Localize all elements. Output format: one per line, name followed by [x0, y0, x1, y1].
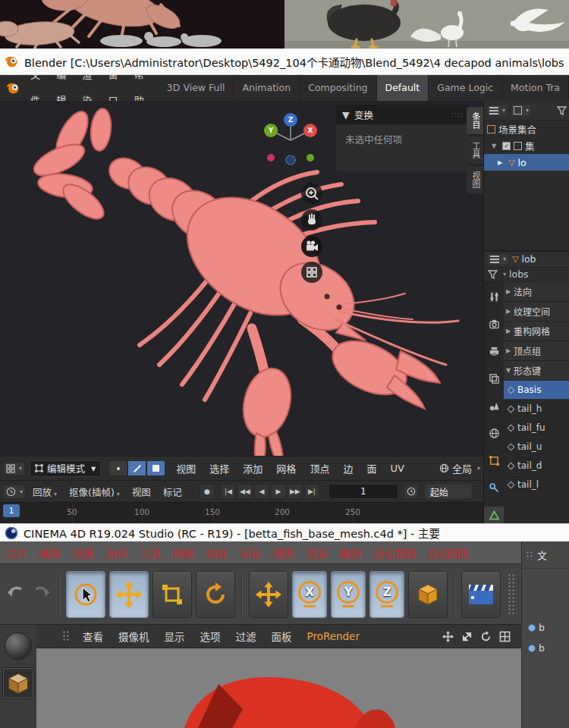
viewport-menu-select[interactable]: 选择 — [203, 461, 235, 475]
workspace-tab-motiontracking[interactable]: Motion Tra — [502, 75, 569, 101]
workspace-tab-default[interactable]: Default — [377, 75, 429, 101]
rotate-tool[interactable] — [196, 571, 235, 618]
orientation-dropdown[interactable]: 全局 ▾ — [439, 461, 480, 475]
output-tab-icon[interactable] — [484, 343, 504, 359]
jump-to-start-button[interactable]: |◀ — [221, 484, 236, 499]
toolbar-grip-handle[interactable] — [508, 573, 517, 616]
viewport-menu-view[interactable]: 视图 — [170, 461, 202, 475]
section-normals[interactable]: ▶ 法向 — [504, 282, 569, 302]
section-vertex-groups[interactable]: ▶ 顶点组 — [504, 341, 569, 361]
c4d-vpmenu-panel[interactable]: 面板 — [265, 629, 299, 644]
gizmo-negative-y-dot[interactable] — [307, 154, 314, 162]
grid-toggle-icon[interactable] — [301, 262, 322, 283]
collapse-icon[interactable]: ▼ — [342, 109, 350, 121]
editor-type-button[interactable]: ▾ — [3, 462, 25, 475]
workspace-tab-gamelogic[interactable]: Game Logic — [429, 75, 502, 101]
timeline-menu-keying[interactable]: 抠像(插帧)▾ — [64, 485, 125, 499]
outliner-row-scene-collection[interactable]: 场景集合 — [484, 121, 569, 137]
c4d-vpmenu-cameras[interactable]: 摄像机 — [112, 629, 156, 644]
jump-to-end-button[interactable]: ▶| — [304, 484, 319, 499]
viewport-menu-face[interactable]: 面 — [360, 461, 382, 475]
c4d-menu-motion-tracker[interactable]: 运动跟踪 — [367, 545, 422, 560]
move-tool[interactable] — [109, 571, 149, 618]
scene-tab-icon[interactable] — [484, 397, 504, 414]
play-button[interactable]: ▶ — [271, 484, 286, 499]
object-manager-header[interactable]: 文 — [522, 541, 569, 569]
sidebar-tab-view[interactable]: 视图 — [467, 166, 483, 193]
c4d-menu-edit[interactable]: 编辑 — [33, 545, 67, 560]
section-remesh[interactable]: ▶ 重构网格 — [504, 322, 569, 341]
editor-type-button[interactable]: ▾ — [487, 253, 509, 265]
pan-hand-icon[interactable] — [301, 209, 322, 231]
viewport-menu-add[interactable]: 添加 — [237, 461, 269, 475]
record-button[interactable]: ● — [200, 484, 215, 499]
viewport-axis-gizmo[interactable]: Y Z X — [261, 110, 320, 169]
c4d-vpmenu-view[interactable]: 查看 — [76, 629, 110, 644]
collection-checkbox[interactable]: ✓ — [502, 142, 511, 150]
section-shape-keys[interactable]: ▼ 形态键 — [504, 361, 569, 381]
world-tab-icon[interactable] — [484, 425, 504, 441]
x-axis-lock-button[interactable]: X — [292, 571, 327, 618]
rotate-view-icon[interactable] — [480, 631, 492, 642]
blender-app-icon[interactable] — [6, 81, 20, 95]
editor-type-button[interactable]: ▾ — [486, 105, 508, 117]
workspace-tab-3dviewfull[interactable]: 3D View Full — [159, 75, 234, 101]
auto-keying-clock-button[interactable] — [404, 484, 419, 499]
shape-key-row[interactable]: tail_u — [504, 438, 569, 457]
c4d-menu-file[interactable]: 文件 — [0, 545, 33, 560]
object-tree-item[interactable]: b — [522, 617, 569, 638]
timeline-menu-playback[interactable]: 回放▾ — [27, 485, 62, 499]
vertex-select-button[interactable] — [108, 460, 127, 476]
viewlayer-tab-icon[interactable] — [484, 370, 504, 387]
toggle-views-icon[interactable] — [499, 631, 511, 642]
betta-fish-model[interactable] — [36, 648, 521, 728]
cube-primitive-button[interactable] — [2, 667, 34, 699]
timeline-menu-marker[interactable]: 标记 — [158, 485, 187, 499]
undo-icon[interactable] — [5, 582, 27, 607]
menu-window[interactable]: 窗口 — [101, 75, 127, 101]
expand-icon[interactable]: ▶ — [498, 159, 505, 166]
menu-help[interactable]: 帮助 — [127, 75, 152, 101]
c4d-menu-simulate[interactable]: 模拟 — [267, 545, 300, 560]
shape-key-row[interactable]: tail_d — [504, 457, 569, 475]
panel-grip-icon[interactable]: :::: — [451, 111, 464, 118]
c4d-menu-mograph[interactable]: 运动图形 — [422, 545, 476, 560]
scale-tool[interactable] — [152, 571, 192, 618]
properties-filter-row[interactable]: ▾ lobs — [484, 268, 569, 282]
sidebar-tab-item[interactable]: 条目 — [467, 107, 483, 134]
shape-key-row[interactable]: tail_l — [504, 475, 569, 494]
shape-key-row[interactable]: tail_h — [504, 400, 569, 419]
viewport-menu-vertex[interactable]: 顶点 — [303, 461, 335, 475]
c4d-menu-sculpt[interactable]: 雕刻 — [334, 545, 367, 560]
outliner-row-lobster-object[interactable]: ▶ ▽ lo — [484, 154, 569, 171]
c4d-menu-snap[interactable]: 捕捉 — [200, 545, 234, 560]
outliner-row-collection[interactable]: ▼ ✓ 集 — [484, 137, 569, 154]
modifier-tab-icon[interactable] — [484, 479, 504, 496]
mesh-data-tab-icon[interactable] — [484, 507, 504, 523]
redo-icon[interactable] — [30, 582, 52, 607]
render-tab-icon[interactable] — [484, 315, 504, 332]
display-mode-button[interactable]: ▾ — [511, 104, 532, 117]
shape-key-row-basis[interactable]: Basis — [504, 381, 569, 400]
sidebar-tab-tool[interactable]: 工具 — [467, 136, 483, 164]
start-frame-field[interactable]: 起始 — [425, 484, 472, 499]
c4d-vpmenu-filter[interactable]: 过滤 — [229, 629, 263, 644]
mode-dropdown[interactable]: 编辑模式 ▾ — [30, 460, 101, 477]
play-reverse-button[interactable]: ◀ — [254, 484, 269, 499]
filter-icon[interactable] — [557, 106, 567, 115]
c4d-menu-mesh[interactable]: 网格 — [167, 545, 200, 560]
pan-view-icon[interactable] — [442, 631, 454, 642]
live-selection-tool[interactable] — [66, 571, 105, 618]
viewport-menubar-grip[interactable] — [62, 630, 70, 642]
c4d-viewport[interactable] — [36, 648, 521, 728]
c4d-vpmenu-options[interactable]: 选项 — [193, 629, 228, 644]
zoom-icon[interactable] — [301, 183, 322, 204]
current-frame-field[interactable]: 1 — [329, 484, 398, 499]
y-axis-lock-button[interactable]: Y — [331, 571, 366, 618]
workspace-tab-animation[interactable]: Animation — [234, 75, 300, 101]
object-tab-icon[interactable] — [484, 452, 504, 469]
zoom-view-icon[interactable] — [461, 631, 473, 642]
tool-tab-icon[interactable] — [484, 288, 504, 305]
render-view-button[interactable] — [461, 571, 501, 618]
timeline-menu-view[interactable]: 视图 — [127, 485, 156, 499]
